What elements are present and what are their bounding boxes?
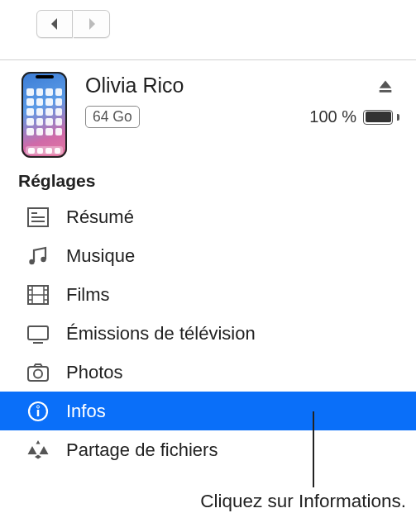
svg-point-6	[41, 256, 45, 261]
sidebar-item-label: Musique	[66, 245, 135, 267]
battery-percent: 100 %	[309, 107, 356, 126]
chevron-left-icon	[49, 17, 60, 31]
sidebar-item-tv[interactable]: Émissions de télévision	[0, 314, 416, 353]
eject-button[interactable]	[375, 75, 396, 97]
sidebar-item-label: Résumé	[66, 207, 134, 228]
settings-section-title: Réglages	[0, 166, 416, 197]
sidebar-item-summary[interactable]: Résumé	[0, 197, 416, 236]
tv-icon	[25, 321, 51, 347]
device-thumbnail	[22, 72, 67, 158]
svg-rect-0	[380, 90, 392, 93]
svg-rect-15	[28, 326, 48, 340]
sidebar-item-photos[interactable]: Photos	[0, 353, 416, 392]
svg-point-5	[29, 259, 34, 264]
callout-text: Cliquez sur Informations.	[200, 491, 406, 512]
music-icon	[25, 243, 51, 269]
sidebar-item-label: Films	[66, 284, 110, 306]
battery-status: 100 %	[309, 107, 396, 126]
summary-icon	[25, 204, 51, 230]
photos-icon	[25, 359, 51, 386]
sidebar-item-label: Infos	[66, 401, 106, 422]
battery-icon	[363, 110, 396, 125]
capacity-badge: 64 Go	[85, 106, 140, 128]
settings-list: Résumé Musique Films Émissions de télévi…	[0, 197, 416, 469]
sidebar-item-films[interactable]: Films	[0, 275, 416, 314]
device-header: Olivia Rico 64 Go 100 %	[0, 60, 416, 166]
sidebar-item-label: Émissions de télévision	[66, 323, 256, 344]
eject-icon	[376, 77, 394, 95]
sidebar-item-music[interactable]: Musique	[0, 236, 416, 275]
sidebar-item-info[interactable]: Infos	[0, 392, 416, 430]
sidebar-item-label: Partage de fichiers	[66, 439, 218, 461]
device-info: Olivia Rico 64 Go 100 %	[85, 72, 396, 158]
info-icon	[25, 398, 51, 425]
device-name: Olivia Rico	[85, 74, 184, 97]
films-icon	[25, 282, 51, 308]
apps-icon	[25, 437, 51, 463]
sidebar-item-label: Photos	[66, 362, 123, 383]
sidebar-item-filesharing[interactable]: Partage de fichiers	[0, 430, 416, 469]
back-button[interactable]	[36, 10, 73, 38]
forward-button[interactable]	[74, 10, 110, 38]
callout-line	[313, 411, 314, 487]
chevron-right-icon	[86, 17, 98, 31]
svg-point-20	[36, 405, 39, 407]
toolbar	[0, 0, 416, 59]
svg-point-18	[34, 369, 42, 378]
